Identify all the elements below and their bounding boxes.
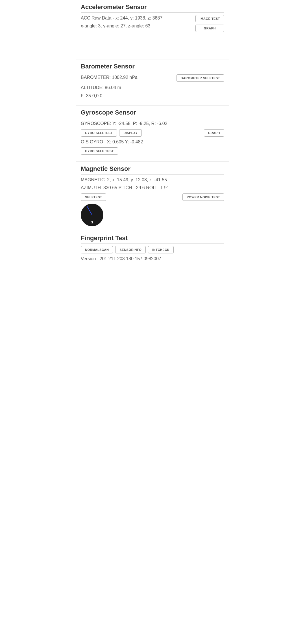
acc-angles: x-angle: 3, y-angle: 27, z-angle: 63 (81, 23, 193, 29)
barometer-title: Barometer Sensor (81, 63, 224, 70)
azimuth-value: AZIMUTH: 330.65 PITCH: -29.6 ROLL: 1.91 (81, 185, 224, 191)
gyro-display-button[interactable]: DISPLAY (119, 129, 142, 137)
fingerprint-section: Fingerprint Test NORMALSCAN SENSORINFO I… (76, 231, 229, 268)
f-value: F :35.0,0.0 (81, 93, 224, 99)
altitude-value: ALTITUDE: 86.04 m (81, 85, 224, 91)
version-text: Version : 201.211.203.180.157.0982007 (81, 256, 224, 262)
barometer-section: Barometer Sensor BAROMETER: 1002.92 hPa … (76, 59, 229, 105)
gyroscope-section: Gyroscope Sensor GYROSCOPE: Y: -24.58, P… (76, 105, 229, 162)
compass-dial: 3 (81, 204, 103, 226)
gyro-selftest-button[interactable]: GYRO SELFTEST (81, 129, 117, 137)
fingerprint-button-row: NORMALSCAN SENSORINFO INTCHECK (81, 246, 224, 253)
sensorinfo-button[interactable]: SENSORINFO (115, 246, 146, 253)
magnetic-selftest-button[interactable]: SELFTEST (81, 193, 106, 201)
gyro-graph-button[interactable]: GRAPH (204, 129, 224, 137)
power-noise-test-button[interactable]: POWER NOISE TEST (182, 193, 224, 201)
compass-needle (86, 205, 92, 215)
compass-container: 3 (81, 204, 224, 226)
fingerprint-title: Fingerprint Test (81, 234, 224, 242)
accelerometer-title: Accelerometer Sensor (81, 3, 224, 11)
gyroscope-title: Gyroscope Sensor (81, 109, 224, 116)
gyro-self-test-row: GYRO SELF TEST (81, 147, 224, 155)
compass-number: 3 (91, 221, 93, 224)
barometer-value: BAROMETER: 1002.92 hPa (81, 74, 138, 81)
normalscan-button[interactable]: NORMALSCAN (81, 246, 113, 253)
gyro-value: GYROSCOPE: Y: -24.58, P: -9.25, R: -6.02 (81, 120, 224, 127)
magnetic-value: MAGNETIC: 2, x: 15.49, y: 12.08, z: -41.… (81, 177, 224, 183)
acc-raw-data: ACC Raw Data - x: 244, y: 1938, z: 3687 (81, 15, 193, 21)
magnetic-section: Magnetic Sensor MAGNETIC: 2, x: 15.49, y… (76, 162, 229, 231)
ois-gyro-value: OIS GYRO : X: 0.605 Y: -0.482 (81, 139, 224, 145)
gyro-button-row: GYRO SELFTEST DISPLAY GRAPH (81, 129, 224, 137)
image-test-button[interactable]: IMAGE TEST (195, 15, 224, 22)
magnetic-button-row: SELFTEST POWER NOISE TEST (81, 193, 224, 201)
gyro-self-test-button[interactable]: GYRO SELF TEST (81, 147, 118, 155)
accelerometer-data-block: ACC Raw Data - x: 244, y: 1938, z: 3687 … (81, 15, 193, 31)
acc-graph-button[interactable]: GRAPH (195, 25, 224, 32)
magnetic-title: Magnetic Sensor (81, 165, 224, 173)
intcheck-button[interactable]: INTCHECK (148, 246, 174, 253)
accelerometer-section: Accelerometer Sensor ACC Raw Data - x: 2… (76, 0, 229, 59)
barometer-selftest-button[interactable]: BAROMETER SELFTEST (177, 74, 224, 82)
